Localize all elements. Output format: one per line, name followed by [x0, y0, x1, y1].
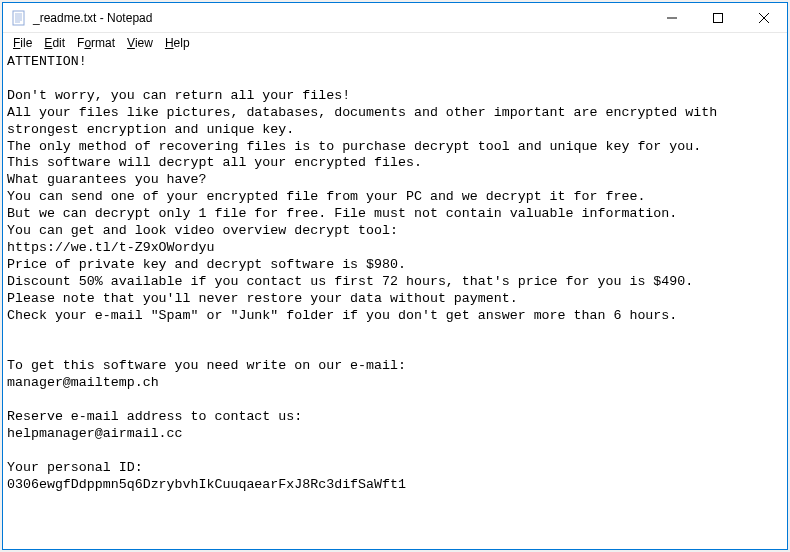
notepad-window: _readme.txt - Notepad File Edit Format V… [2, 2, 788, 550]
menu-edit[interactable]: Edit [38, 34, 71, 52]
notepad-icon [11, 10, 27, 26]
text-content[interactable]: ATTENTION! Don't worry, you can return a… [3, 53, 787, 549]
minimize-button[interactable] [649, 3, 695, 32]
svg-rect-7 [714, 13, 723, 22]
menu-format[interactable]: Format [71, 34, 121, 52]
window-title: _readme.txt - Notepad [33, 11, 649, 25]
titlebar: _readme.txt - Notepad [3, 3, 787, 33]
menu-help[interactable]: Help [159, 34, 196, 52]
close-button[interactable] [741, 3, 787, 32]
menubar: File Edit Format View Help [3, 33, 787, 53]
menu-view[interactable]: View [121, 34, 159, 52]
maximize-button[interactable] [695, 3, 741, 32]
menu-file[interactable]: File [7, 34, 38, 52]
window-controls [649, 3, 787, 32]
